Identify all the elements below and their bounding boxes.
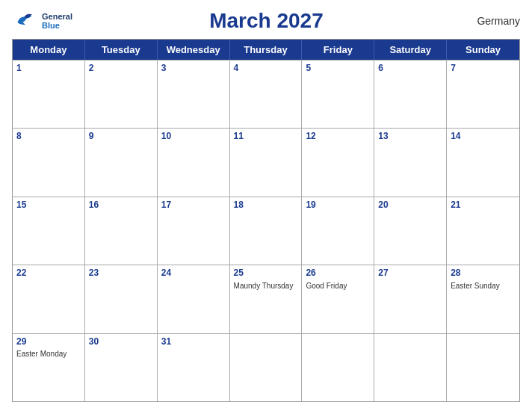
cell-mar12: 12 — [302, 129, 374, 196]
cell-mar17: 17 — [158, 197, 230, 265]
cell-mar8: 8 — [13, 129, 85, 196]
week-row-2: 8 9 10 11 12 13 14 — [13, 128, 519, 196]
cell-empty-2 — [302, 334, 374, 401]
country-label: Germany — [460, 15, 520, 27]
cell-mar7: 7 — [447, 61, 519, 128]
cell-mar28: 28 Easter Sunday — [447, 265, 519, 333]
cell-mar5: 5 — [302, 61, 374, 128]
cell-mar4: 4 — [230, 61, 303, 128]
cell-mar25: 25 Maundy Thursday — [230, 265, 303, 333]
cell-mar21: 21 — [447, 197, 519, 265]
cell-mar22: 22 — [13, 265, 85, 333]
cell-mar10: 10 — [158, 129, 230, 196]
cell-mar18: 18 — [230, 197, 303, 265]
logo-text-block: General Blue — [42, 12, 72, 30]
col-tuesday: Tuesday — [85, 40, 158, 60]
calendar-body: 1 2 3 4 5 6 7 8 9 10 11 12 13 14 15 — [13, 60, 519, 401]
cell-empty-4 — [447, 334, 519, 401]
col-friday: Friday — [302, 40, 374, 60]
cell-mar15: 15 — [13, 197, 85, 265]
col-wednesday: Wednesday — [158, 40, 230, 60]
cell-mar23: 23 — [85, 265, 158, 333]
logo-blue: Blue — [42, 21, 60, 30]
col-thursday: Thursday — [230, 40, 303, 60]
cell-empty-3 — [374, 334, 447, 401]
cell-mar13: 13 — [374, 129, 447, 196]
cell-mar19: 19 — [302, 197, 374, 265]
logo-icon — [12, 10, 39, 31]
week-row-3: 15 16 17 18 19 20 21 — [13, 197, 519, 265]
calendar-title: March 2027 — [209, 9, 324, 32]
cell-mar16: 16 — [85, 197, 158, 265]
cell-mar24: 24 — [158, 265, 230, 333]
week-row-1: 1 2 3 4 5 6 7 — [13, 60, 519, 128]
cell-mar6: 6 — [374, 61, 447, 128]
cell-mar30: 30 — [85, 334, 158, 401]
cell-mar2: 2 — [85, 61, 158, 128]
col-sunday: Sunday — [447, 40, 519, 60]
title-area: March 2027 — [72, 9, 460, 33]
cell-mar31: 31 — [158, 334, 230, 401]
week-row-5: 29 Easter Monday 30 31 — [13, 333, 519, 401]
calendar-page: General Blue March 2027 Germany Monday T… — [0, 0, 532, 411]
col-monday: Monday — [13, 40, 85, 60]
page-header: General Blue March 2027 Germany — [12, 9, 520, 33]
cell-mar20: 20 — [374, 197, 447, 265]
cell-mar3: 3 — [158, 61, 230, 128]
col-saturday: Saturday — [374, 40, 447, 60]
cell-mar29: 29 Easter Monday — [13, 334, 85, 401]
calendar-grid: Monday Tuesday Wednesday Thursday Friday… — [12, 39, 520, 402]
logo-general: General — [42, 12, 72, 21]
week-row-4: 22 23 24 25 Maundy Thursday 26 Good Frid… — [13, 265, 519, 333]
calendar-header-row: Monday Tuesday Wednesday Thursday Friday… — [13, 40, 519, 60]
cell-mar11: 11 — [230, 129, 303, 196]
cell-mar9: 9 — [85, 129, 158, 196]
cell-mar1: 1 — [13, 61, 85, 128]
cell-mar26: 26 Good Friday — [302, 265, 374, 333]
cell-mar27: 27 — [374, 265, 447, 333]
logo: General Blue — [12, 10, 72, 31]
cell-mar14: 14 — [447, 129, 519, 196]
cell-empty-1 — [230, 334, 303, 401]
